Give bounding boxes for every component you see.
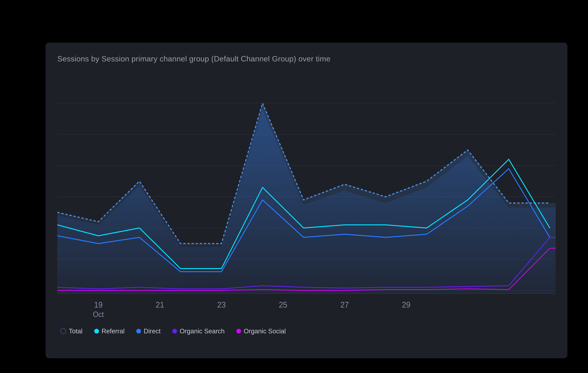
legend-item-referral: Referral [94,327,125,335]
organic-search-legend-icon [172,329,177,333]
referral-legend-icon [94,329,99,333]
organic-social-legend-icon [236,329,241,333]
x-label-oct: Oct [93,310,104,319]
x-label-25: 25 [279,300,287,309]
chart-title: Sessions by Session primary channel grou… [57,54,556,63]
chart-legend: Total Referral Direct Organic Search Org… [57,327,556,335]
direct-legend-icon [136,329,141,333]
referral-legend-label: Referral [102,327,125,335]
legend-item-organic-search: Organic Search [172,327,225,335]
x-label-23: 23 [217,300,226,309]
legend-item-direct: Direct [136,327,160,335]
x-label-27: 27 [340,300,349,309]
chart-svg: 19 Oct 21 23 25 27 29 [57,72,556,322]
x-label-21: 21 [156,300,164,309]
direct-legend-label: Direct [144,327,160,335]
total-legend-label: Total [69,327,83,335]
legend-item-organic-social: Organic Social [236,327,286,335]
x-label-19: 19 [94,300,103,309]
total-legend-icon [60,328,66,334]
chart-area: 19 Oct 21 23 25 27 29 [57,72,556,322]
x-label-29: 29 [402,300,410,309]
organic-search-legend-label: Organic Search [180,327,225,335]
legend-item-total: Total [60,327,83,335]
chart-panel: Sessions by Session primary channel grou… [46,43,567,358]
organic-social-legend-label: Organic Social [244,327,286,335]
